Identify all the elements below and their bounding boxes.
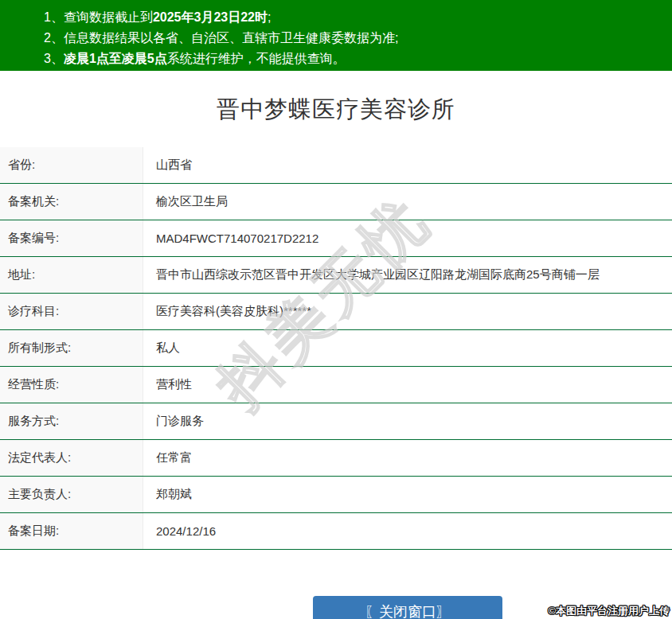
record-query-page: 1、查询数据截止到2025年3月23日22时; 2、信息数据结果以各省、自治区、… — [0, 0, 672, 619]
upload-credit-watermark: ©本图由平台注册用户上传 — [548, 604, 670, 618]
row-value: 任常富 — [143, 440, 672, 476]
row-label: 备案日期: — [0, 513, 143, 549]
row-value: 门诊服务 — [143, 403, 672, 439]
row-label: 备案机关: — [0, 184, 143, 220]
row-value: 晋中市山西综改示范区晋中开发区大学城产业园区辽阳路龙湖国际底商25号商铺一层 — [143, 257, 672, 293]
table-row-service-mode: 服务方式: 门诊服务 — [0, 403, 672, 440]
notice-line-1: 1、查询数据截止到2025年3月23日22时; — [44, 7, 664, 28]
row-value: 私人 — [143, 330, 672, 366]
row-label: 地址: — [0, 257, 143, 293]
row-label: 诊疗科目: — [0, 294, 143, 329]
table-row-main-responsible-person: 主要负责人: 郑朝斌 — [0, 477, 672, 513]
table-row-legal-representative: 法定代表人: 任常富 — [0, 440, 672, 477]
row-label: 法定代表人: — [0, 440, 143, 476]
notice-3-text: 3、 — [44, 52, 64, 65]
row-label: 服务方式: — [0, 403, 143, 439]
table-row-filing-authority: 备案机关: 榆次区卫生局 — [0, 184, 672, 220]
row-label: 备案编号: — [0, 220, 143, 256]
row-label: 经营性质: — [0, 367, 143, 403]
row-label: 省份: — [0, 147, 143, 183]
notice-1-suffix: ; — [268, 10, 271, 24]
table-row-address: 地址: 晋中市山西综改示范区晋中开发区大学城产业园区辽阳路龙湖国际底商25号商铺… — [0, 257, 672, 294]
row-value: 营利性 — [143, 367, 672, 403]
row-value: MAD4FWCT714070217D2212 — [143, 220, 672, 256]
row-value: 郑朝斌 — [143, 477, 672, 512]
notice-line-2: 2、信息数据结果以各省、自治区、直辖市卫生健康委数据为准; — [44, 28, 664, 49]
notice-3-suffix: 系统进行维护，不能提供查询。 — [167, 52, 346, 65]
table-row-province: 省份: 山西省 — [0, 147, 672, 184]
row-label: 所有制形式: — [0, 330, 143, 366]
table-row-filing-date: 备案日期: 2024/12/16 — [0, 513, 672, 550]
row-value: 山西省 — [143, 147, 672, 183]
table-row-treatment-subjects: 诊疗科目: 医疗美容科(美容皮肤科)****** — [0, 294, 672, 330]
record-table: 省份: 山西省 备案机关: 榆次区卫生局 备案编号: MAD4FWCT71407… — [0, 147, 672, 550]
notice-header: 1、查询数据截止到2025年3月23日22时; 2、信息数据结果以各省、自治区、… — [0, 0, 672, 71]
notice-1-text: 1、查询数据截止到 — [44, 10, 153, 24]
page-title: 晋中梦蝶医疗美容诊所 — [0, 94, 672, 126]
row-label: 主要负责人: — [0, 477, 143, 512]
table-row-business-nature: 经营性质: 营利性 — [0, 367, 672, 403]
row-value: 榆次区卫生局 — [143, 184, 672, 220]
notice-2-text: 2、信息数据结果以各省、自治区、直辖市卫生健康委数据为准; — [44, 31, 398, 45]
table-row-filing-number: 备案编号: MAD4FWCT714070217D2212 — [0, 220, 672, 257]
notice-line-3: 3、凌晨1点至凌晨5点系统进行维护，不能提供查询。 — [44, 49, 664, 69]
row-value: 2024/12/16 — [143, 513, 672, 549]
table-row-ownership-form: 所有制形式: 私人 — [0, 330, 672, 367]
close-window-button[interactable]: 〖关闭窗口〗 — [313, 596, 502, 619]
row-value: 医疗美容科(美容皮肤科)****** — [143, 294, 672, 329]
notice-3-bold: 凌晨1点至凌晨5点 — [64, 52, 167, 65]
notice-1-bold: 2025年3月23日22时 — [153, 10, 268, 24]
